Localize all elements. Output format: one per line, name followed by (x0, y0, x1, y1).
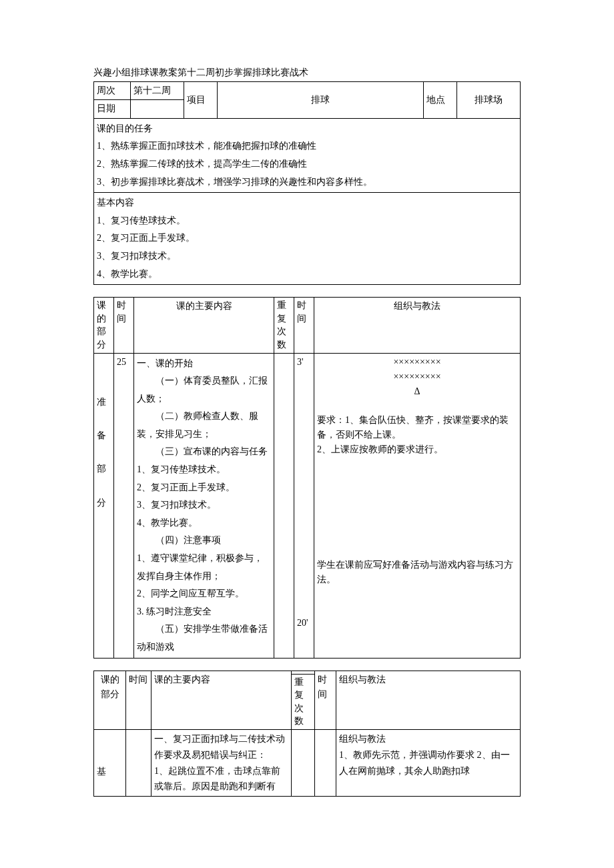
t2-h1: 课的部分 (94, 298, 114, 353)
objective-2: 2、熟练掌握二传球的技术，提高学生二传的准确性 (97, 155, 517, 173)
place-value: 排球场 (457, 82, 521, 119)
t3-content: 一、复习正面扣球与二传技术动作要求及易犯错误与纠正： 1、起跳位置不准，击球点靠… (151, 729, 292, 796)
basics-2: 2、复习正面上手发球。 (97, 230, 517, 248)
t3-h5: 时间 (315, 671, 336, 729)
t2-reps (274, 353, 294, 658)
t2-time2-bottom: 20' (297, 616, 308, 630)
week-label: 周次 (94, 82, 131, 100)
basics-heading: 基本内容 (97, 194, 517, 212)
t3-h1: 课的部分 (94, 671, 126, 729)
place-label: 地点 (424, 82, 457, 119)
header-table: 周次 第十二周 项目 排球 地点 排球场 日期 课的目的任务 1、熟练掌握正面扣… (93, 81, 521, 285)
prep-table: 课的部分 时间 课的主要内容 重复次数 时间 组织与教法 准 备 部 分 25 … (93, 297, 521, 658)
t2-org-note: 学生在课前应写好准备活动与游戏内容与练习方法。 (317, 558, 517, 588)
t2-h6: 组织与教法 (314, 298, 521, 353)
t2-h5: 时间 (294, 298, 314, 353)
t2-org-symbols: ××××××××× ××××××××× Δ (317, 355, 517, 400)
t3-h2: 时间 (126, 671, 151, 729)
t2-content: 一、课的开始 （一）体育委员整队，汇报人数； （二）教师检查人数、服装，安排见习… (134, 353, 274, 658)
objective-3: 3、初步掌握排球比赛战术，增强学习排球的兴趣性和内容多样性。 (97, 173, 517, 191)
subject-label: 项目 (184, 82, 218, 119)
basics-3: 3、复习扣球技术。 (97, 248, 517, 266)
subject-value: 排球 (218, 82, 424, 119)
t3-reps (292, 729, 315, 796)
t2-time1: 25 (114, 353, 134, 658)
objectives-cell: 课的目的任务 1、熟练掌握正面扣球技术，能准确把握扣球的准确性 2、熟练掌握二传… (94, 118, 521, 192)
t3-org: 组织与教法 1、教师先示范，并强调动作要求 2、由一人在网前抛球，其余人助跑扣球 (336, 729, 521, 796)
t3-h6: 组织与教法 (336, 671, 521, 729)
basics-4: 4、教学比赛。 (97, 266, 517, 284)
t2-time2-top: 3' (297, 355, 304, 370)
basics-1: 1、复习传垫球技术。 (97, 212, 517, 230)
t2-org-req: 要求：1、集合队伍快、整齐，按课堂要求的装备，否则不给上课。 2、上课应按教师的… (317, 413, 517, 458)
t3-section: 基 (94, 729, 126, 796)
t3-time2 (315, 729, 336, 796)
t2-time2: 3' 20' (294, 353, 314, 658)
t2-org: ××××××××× ××××××××× Δ 要求：1、集合队伍快、整齐，按课堂要… (314, 353, 521, 658)
t3-h4: 重复次数 (292, 674, 315, 729)
page-title: 兴趣小组排球课教案第十二周初步掌握排球比赛战术 (93, 67, 521, 79)
date-label: 日期 (94, 100, 131, 118)
week-value: 第十二周 (131, 82, 184, 100)
t2-h4: 重复次数 (274, 298, 294, 353)
t3-h3: 课的主要内容 (151, 671, 292, 729)
t3-time (126, 729, 151, 796)
objectives-heading: 课的目的任务 (97, 120, 517, 138)
basics-cell: 基本内容 1、复习传垫球技术。 2、复习正面上手发球。 3、复习扣球技术。 4、… (94, 193, 521, 285)
t2-section: 准 备 部 分 (94, 353, 114, 658)
t2-h2: 时间 (114, 298, 134, 353)
t2-h3: 课的主要内容 (134, 298, 274, 353)
objective-1: 1、熟练掌握正面扣球技术，能准确把握扣球的准确性 (97, 137, 517, 155)
date-value (131, 100, 184, 118)
basic-table: 课的部分 时间 课的主要内容 时间 组织与教法 重复次数 基 一、复习正面扣球与… (93, 671, 521, 797)
